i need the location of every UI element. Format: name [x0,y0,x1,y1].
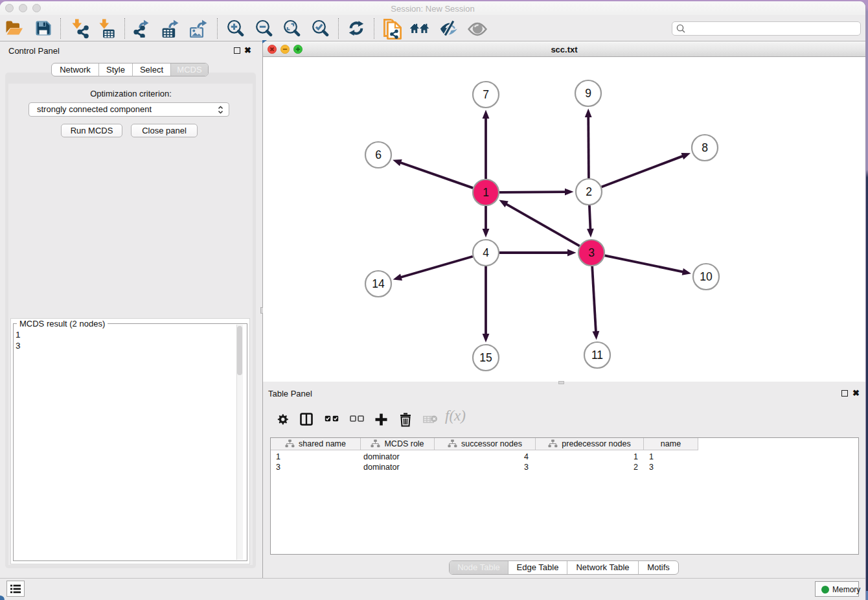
svg-text:2: 2 [586,185,592,198]
svg-text:9: 9 [585,87,591,100]
svg-text:7: 7 [483,88,489,101]
svg-text:4: 4 [483,246,489,259]
svg-text:11: 11 [591,349,603,362]
svg-text:14: 14 [372,277,385,290]
svg-text:8: 8 [702,141,708,154]
svg-text:10: 10 [700,270,713,283]
svg-text:1: 1 [483,186,489,199]
svg-text:6: 6 [375,148,382,161]
svg-text:15: 15 [479,351,492,364]
svg-text:3: 3 [588,246,595,259]
